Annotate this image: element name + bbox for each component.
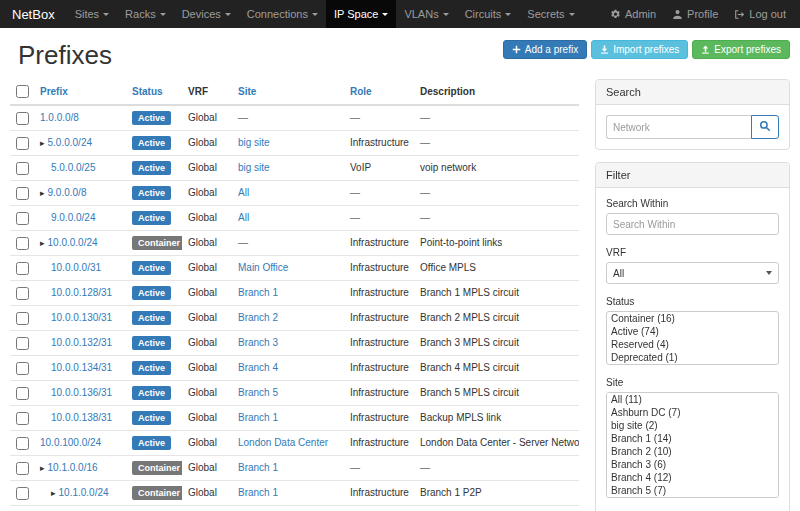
- nav-item-circuits[interactable]: Circuits: [457, 0, 520, 28]
- prefix-link[interactable]: 5.0.0.0/25: [51, 162, 95, 173]
- role-cell: VoIP: [350, 162, 371, 173]
- listbox-option[interactable]: Ashburn DC (7): [607, 406, 778, 419]
- listbox-option[interactable]: All (11): [607, 393, 778, 406]
- site-link[interactable]: All: [238, 187, 249, 198]
- site-link[interactable]: Branch 1: [238, 462, 278, 473]
- prefix-link[interactable]: 9.0.0.0/24: [51, 212, 95, 223]
- import-prefixes-button[interactable]: Import prefixes: [591, 40, 688, 59]
- sidebar: Search Filter Search Within VR: [595, 79, 790, 511]
- prefix-link[interactable]: 10.0.0.134/31: [51, 362, 112, 373]
- nav-item-label: IP Space: [334, 8, 378, 20]
- listbox-option[interactable]: Branch 5 (7): [607, 484, 778, 497]
- app-brand[interactable]: NetBox: [0, 0, 67, 28]
- prefix-link[interactable]: 1.0.0.0/8: [40, 112, 79, 123]
- site-link[interactable]: Branch 1: [238, 412, 278, 423]
- prefix-link[interactable]: 10.1.0.0/24: [59, 487, 109, 498]
- nav-item-vlans[interactable]: VLANs: [396, 0, 456, 28]
- row-checkbox[interactable]: [16, 212, 29, 225]
- site-link[interactable]: Branch 1: [238, 487, 278, 498]
- row-checkbox[interactable]: [16, 312, 29, 325]
- add-a-prefix-button[interactable]: Add a prefix: [503, 40, 587, 59]
- nav-item-ip-space[interactable]: IP Space: [326, 0, 396, 28]
- nav-item-secrets[interactable]: Secrets: [519, 0, 582, 28]
- site-link[interactable]: Branch 3: [238, 337, 278, 348]
- row-checkbox[interactable]: [16, 437, 29, 450]
- vrf-label: VRF: [606, 247, 779, 258]
- status-listbox[interactable]: Container (16)Active (74)Reserved (4)Dep…: [606, 311, 779, 365]
- column-header-status[interactable]: Status: [132, 86, 163, 97]
- status-badge: Active: [132, 361, 171, 375]
- site-link[interactable]: London Data Center: [238, 437, 328, 448]
- site-link[interactable]: All: [238, 212, 249, 223]
- nav-log-out[interactable]: Log out: [726, 0, 794, 28]
- search-button[interactable]: [751, 115, 779, 139]
- site-link[interactable]: big site: [238, 137, 270, 148]
- row-checkbox[interactable]: [16, 262, 29, 275]
- row-checkbox[interactable]: [16, 462, 29, 475]
- row-checkbox[interactable]: [16, 412, 29, 425]
- row-checkbox[interactable]: [16, 487, 29, 500]
- site-link[interactable]: Branch 4: [238, 362, 278, 373]
- prefix-link[interactable]: 10.0.100.0/24: [40, 437, 101, 448]
- search-panel-title: Search: [596, 80, 789, 105]
- listbox-option[interactable]: Branch 4 (12): [607, 471, 778, 484]
- expand-caret-icon: ▸: [40, 138, 45, 148]
- row-checkbox[interactable]: [16, 387, 29, 400]
- select-all-checkbox[interactable]: [16, 85, 29, 98]
- search-within-label: Search Within: [606, 198, 779, 209]
- site-link[interactable]: Main Office: [238, 262, 288, 273]
- site-listbox[interactable]: All (11)Ashburn DC (7)big site (2)Branch…: [606, 392, 779, 498]
- vrf-select[interactable]: All: [606, 262, 779, 284]
- listbox-option[interactable]: Branch 3 (6): [607, 458, 778, 471]
- prefix-link[interactable]: 10.0.0.128/31: [51, 287, 112, 298]
- row-checkbox[interactable]: [16, 137, 29, 150]
- search-input[interactable]: [606, 115, 751, 139]
- listbox-option[interactable]: big site (2): [607, 419, 778, 432]
- listbox-option[interactable]: Reserved (4): [607, 338, 778, 351]
- nav-item-devices[interactable]: Devices: [174, 0, 239, 28]
- depth-indent: [40, 495, 51, 496]
- prefix-link[interactable]: 9.0.0.0/8: [48, 187, 87, 198]
- listbox-option[interactable]: Active (74): [607, 325, 778, 338]
- listbox-option[interactable]: Branch 1 (14): [607, 432, 778, 445]
- listbox-option[interactable]: Deprecated (1): [607, 351, 778, 364]
- status-badge: Active: [132, 311, 171, 325]
- row-checkbox[interactable]: [16, 362, 29, 375]
- prefix-link[interactable]: 10.0.0.130/31: [51, 312, 112, 323]
- export-prefixes-button[interactable]: Export prefixes: [692, 40, 790, 59]
- listbox-option[interactable]: Branch 2 (10): [607, 445, 778, 458]
- search-icon: [759, 120, 771, 135]
- listbox-option[interactable]: Container (16): [607, 312, 778, 325]
- filter-panel-title: Filter: [596, 163, 789, 188]
- prefix-link[interactable]: 10.0.0.138/31: [51, 412, 112, 423]
- nav-profile[interactable]: Profile: [664, 0, 726, 28]
- prefix-link[interactable]: 10.1.0.0/16: [48, 462, 98, 473]
- listbox-option[interactable]: London Data Center (9): [607, 497, 778, 498]
- column-header-role[interactable]: Role: [350, 86, 372, 97]
- search-within-input[interactable]: [606, 213, 779, 235]
- site-link[interactable]: big site: [238, 162, 270, 173]
- column-header-site[interactable]: Site: [238, 86, 256, 97]
- row-checkbox[interactable]: [16, 237, 29, 250]
- expand-caret-icon: ▸: [40, 238, 45, 248]
- nav-admin[interactable]: Admin: [602, 0, 664, 28]
- role-cell: Infrastructure: [350, 237, 409, 248]
- prefix-link[interactable]: 5.0.0.0/24: [48, 137, 92, 148]
- row-checkbox[interactable]: [16, 187, 29, 200]
- row-checkbox[interactable]: [16, 162, 29, 175]
- site-link[interactable]: Branch 1: [238, 287, 278, 298]
- row-checkbox[interactable]: [16, 112, 29, 125]
- prefix-link[interactable]: 10.0.0.136/31: [51, 387, 112, 398]
- column-header-prefix[interactable]: Prefix: [40, 86, 68, 97]
- site-link[interactable]: Branch 2: [238, 312, 278, 323]
- prefix-link[interactable]: 10.0.0.0/31: [51, 262, 101, 273]
- nav-item-racks[interactable]: Racks: [117, 0, 174, 28]
- role-cell: Infrastructure: [350, 437, 409, 448]
- nav-item-connections[interactable]: Connections: [239, 0, 326, 28]
- prefix-link[interactable]: 10.0.0.0/24: [48, 237, 98, 248]
- prefix-link[interactable]: 10.0.0.132/31: [51, 337, 112, 348]
- row-checkbox[interactable]: [16, 337, 29, 350]
- nav-item-sites[interactable]: Sites: [67, 0, 117, 28]
- row-checkbox[interactable]: [16, 287, 29, 300]
- site-link[interactable]: Branch 5: [238, 387, 278, 398]
